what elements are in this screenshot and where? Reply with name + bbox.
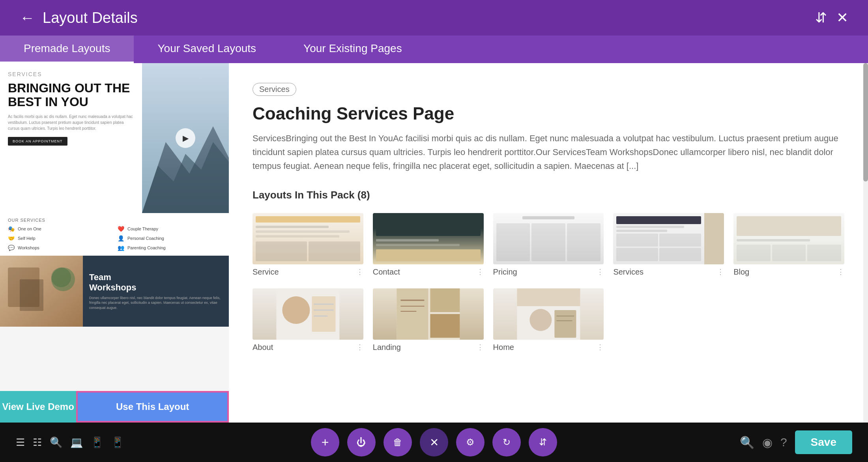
- thumbnail-services-menu[interactable]: ⋮: [717, 267, 724, 276]
- services-grid: 🎭 One on One ❤️ Couple Therapy 🤝 Self He…: [8, 226, 221, 251]
- view-live-demo-button[interactable]: View Live Demo: [0, 391, 76, 423]
- preview-top: SERVICES BRINGING OUT THE BEST IN YOU Ac…: [0, 63, 229, 213]
- preview-right-image: ▶: [142, 63, 229, 213]
- preview-book-btn[interactable]: BOOK AN APPOINTMENT: [8, 137, 67, 146]
- scrollbar-thumb[interactable]: [863, 63, 868, 181]
- thumbnail-blog-img: [733, 213, 844, 264]
- mobile-icon[interactable]: 📱: [111, 436, 124, 449]
- desktop-icon[interactable]: 💻: [70, 436, 83, 449]
- title-bar-right: ⇵ ✕: [815, 9, 848, 26]
- thumbnail-home[interactable]: Home ⋮: [493, 288, 604, 352]
- empty-cell-2: [733, 288, 844, 352]
- search-icon-right[interactable]: 🔍: [740, 436, 754, 449]
- thumbnail-about-label: About ⋮: [253, 343, 363, 352]
- svg-point-9: [282, 296, 310, 324]
- thumbnail-services-label: Services ⋮: [613, 267, 724, 277]
- action-buttons: View Live Demo Use This Layout: [0, 391, 229, 423]
- thumbnail-about-menu[interactable]: ⋮: [356, 343, 363, 352]
- service-label-2: Couple Therapy: [127, 226, 158, 231]
- team-title: TeamWorkshops: [89, 272, 223, 293]
- main-content: SERVICES BRINGING OUT THE BEST IN YOU Ac…: [0, 63, 868, 423]
- thumbnail-contact-menu[interactable]: ⋮: [477, 267, 484, 276]
- svg-point-7: [51, 267, 71, 287]
- settings-button[interactable]: ⚙: [456, 428, 485, 456]
- search-icon-left[interactable]: 🔍: [50, 436, 62, 449]
- preview-left-content: SERVICES BRINGING OUT THE BEST IN YOU Ac…: [0, 63, 142, 213]
- thumbnail-services[interactable]: Services ⋮: [613, 213, 724, 277]
- thumbnail-blog[interactable]: Blog ⋮: [733, 213, 844, 277]
- title-bar-left: ← Layout Details: [20, 9, 138, 26]
- thumbnail-home-img: [493, 288, 604, 340]
- thumbnail-pricing[interactable]: Pricing ⋮: [493, 213, 604, 277]
- close-button[interactable]: ✕: [420, 428, 448, 456]
- thumbnail-pricing-label: Pricing ⋮: [493, 267, 604, 277]
- thumbnail-contact-label: Contact ⋮: [373, 267, 484, 277]
- svg-point-23: [529, 309, 552, 331]
- thumbnail-services-img: [613, 213, 724, 264]
- power-button[interactable]: ⏻: [347, 428, 376, 456]
- preview-bottom: TeamWorkshops Donec ullamcorper libero n…: [0, 256, 229, 327]
- thumbnail-landing-menu[interactable]: ⋮: [477, 343, 484, 352]
- grid-icon[interactable]: ☷: [33, 436, 42, 449]
- svg-rect-5: [20, 279, 43, 311]
- undo-button[interactable]: ↻: [492, 428, 521, 456]
- layouts-pack-title: Layouts In This Pack (8): [253, 189, 844, 201]
- title-bar: ← Layout Details ⇵ ✕: [0, 0, 868, 36]
- add-button[interactable]: +: [311, 428, 339, 456]
- thumbnails-row-2: About ⋮: [253, 288, 844, 352]
- couple-therapy-icon: ❤️: [118, 226, 124, 232]
- thumbnail-service-menu[interactable]: ⋮: [356, 267, 363, 276]
- thumbnail-home-label: Home ⋮: [493, 343, 604, 352]
- tab-premade[interactable]: Premade Layouts: [0, 36, 134, 63]
- layers-icon[interactable]: ◉: [762, 436, 773, 449]
- team-body-text: Donec ullamcorper libero nisl, nec bland…: [89, 296, 223, 310]
- thumbnail-landing[interactable]: Landing ⋮: [373, 288, 484, 352]
- thumbnails-row-1: Service ⋮ Contact ⋮: [253, 213, 844, 277]
- thumbnail-pricing-img: [493, 213, 604, 264]
- service-item-5: 💬 Workshops: [8, 245, 111, 251]
- svg-rect-17: [430, 314, 460, 338]
- service-label-1: One on One: [18, 226, 41, 231]
- service-label-6: Parenting Coaching: [127, 245, 166, 250]
- svg-rect-24: [554, 310, 576, 338]
- back-icon[interactable]: ←: [20, 9, 35, 26]
- delete-button[interactable]: 🗑: [383, 428, 412, 456]
- hamburger-icon[interactable]: ☰: [16, 436, 25, 449]
- personal-coaching-icon: 👤: [118, 235, 124, 241]
- svg-rect-22: [517, 288, 580, 306]
- thumbnail-about[interactable]: About ⋮: [253, 288, 363, 352]
- thumbnail-landing-img: [373, 288, 484, 340]
- thumbnail-about-img: [253, 288, 363, 340]
- save-button[interactable]: Save: [795, 430, 852, 454]
- self-help-icon: 🤝: [8, 235, 15, 241]
- tablet-icon[interactable]: 📱: [91, 436, 103, 449]
- play-button[interactable]: ▶: [176, 128, 195, 148]
- thumbnail-service-img: [253, 213, 363, 264]
- category-badge: Services: [253, 83, 296, 96]
- page-title: Layout Details: [43, 9, 138, 26]
- thumbnail-pricing-menu[interactable]: ⋮: [597, 267, 604, 276]
- history-button[interactable]: ⇵: [529, 428, 557, 456]
- thumbnail-home-menu[interactable]: ⋮: [597, 343, 604, 352]
- service-label-5: Workshops: [18, 245, 39, 250]
- preview-panel: SERVICES BRINGING OUT THE BEST IN YOU Ac…: [0, 63, 229, 423]
- help-icon[interactable]: ?: [780, 436, 787, 449]
- close-icon[interactable]: ✕: [836, 9, 848, 26]
- preview-services-label: SERVICES: [8, 71, 134, 77]
- thumbnail-contact-img: [373, 213, 484, 264]
- thumbnail-landing-label: Landing ⋮: [373, 343, 484, 352]
- sort-icon[interactable]: ⇵: [815, 9, 827, 26]
- tab-existing[interactable]: Your Existing Pages: [280, 36, 426, 63]
- thumbnail-blog-menu[interactable]: ⋮: [837, 267, 844, 276]
- scrollbar[interactable]: [863, 63, 868, 423]
- services-section: OUR SERVICES 🎭 One on One ❤️ Couple Ther…: [0, 213, 229, 256]
- thumbnail-service[interactable]: Service ⋮: [253, 213, 363, 277]
- preview-bottom-image: [0, 256, 83, 327]
- toolbar-left-tools: ☰ ☷ 🔍 💻 📱 📱: [16, 436, 124, 449]
- preview-team-section: TeamWorkshops Donec ullamcorper libero n…: [83, 256, 229, 327]
- tab-saved[interactable]: Your Saved Layouts: [134, 36, 280, 63]
- service-label-3: Self Help: [18, 236, 36, 241]
- bottom-toolbar: ☰ ☷ 🔍 💻 📱 📱 + ⏻ 🗑 ✕ ⚙ ↻ ⇵ 🔍 ◉ ? Save: [0, 423, 868, 462]
- thumbnail-contact[interactable]: Contact ⋮: [373, 213, 484, 277]
- use-this-layout-button[interactable]: Use This Layout: [76, 391, 229, 423]
